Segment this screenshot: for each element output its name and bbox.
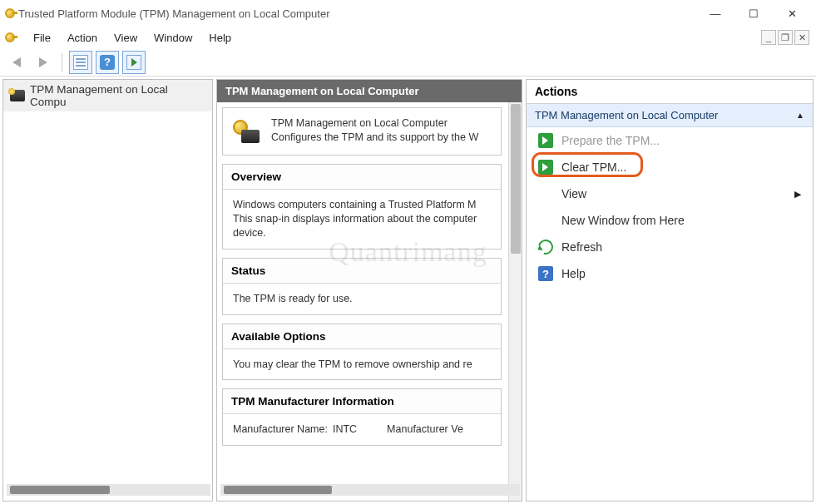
arrow-left-icon	[12, 57, 21, 67]
options-title: Available Options	[223, 324, 501, 349]
action-pane-button[interactable]	[122, 51, 146, 74]
mdi-minimize-button[interactable]: _	[761, 30, 776, 45]
menu-window[interactable]: Window	[146, 30, 200, 46]
center-scrollbar-thumb[interactable]	[224, 486, 332, 494]
title-bar: Trusted Platform Module (TPM) Management…	[0, 0, 816, 27]
play-icon	[126, 55, 141, 70]
tree-root-item[interactable]: TPM Management on Local Compu	[3, 80, 212, 111]
document-icon	[73, 55, 88, 70]
center-pane: TPM Management on Local Computer TPM Man…	[216, 79, 522, 502]
center-scroll-thumb[interactable]	[511, 104, 521, 254]
overview-body: Windows computers containing a Trusted P…	[223, 190, 501, 249]
toolbar-separator	[62, 53, 62, 72]
actions-group-header[interactable]: TPM Management on Local Computer ▲	[527, 104, 813, 127]
manufacturer-name-label: Manufacturer Name:	[233, 422, 328, 437]
mdi-close-button[interactable]: ✕	[794, 30, 809, 45]
action-prepare-tpm[interactable]: Prepare the TPM...	[527, 127, 813, 154]
go-arrow-icon	[538, 160, 553, 175]
intro-text: TPM Management on Local Computer Configu…	[271, 116, 478, 146]
actions-header: Actions	[527, 80, 813, 104]
minimize-button[interactable]: —	[696, 0, 734, 27]
status-title: Status	[223, 259, 501, 284]
app-key-icon	[5, 31, 18, 44]
action-prepare-label: Prepare the TPM...	[561, 134, 660, 147]
menu-file[interactable]: File	[25, 30, 59, 46]
menu-view[interactable]: View	[106, 30, 146, 46]
maximize-button[interactable]: ☐	[734, 0, 773, 27]
arrow-right-icon	[39, 57, 47, 67]
center-header: TPM Management on Local Computer	[217, 80, 522, 102]
action-clear-label: Clear TPM...	[561, 161, 626, 174]
menu-bar: File Action View Window Help _ ❐ ✕	[0, 27, 816, 48]
action-help-label: Help	[561, 267, 586, 280]
window-title: Trusted Platform Module (TPM) Management…	[18, 7, 330, 20]
actions-pane: Actions TPM Management on Local Computer…	[526, 79, 814, 502]
action-view[interactable]: View ▶	[527, 180, 813, 207]
manufacturer-version-label: Manufacturer Ve	[387, 422, 463, 437]
actions-group-label: TPM Management on Local Computer	[535, 109, 718, 121]
manufacturer-body: Manufacturer Name: INTC Manufacturer Ve	[223, 414, 501, 445]
tpm-key-chip-icon	[233, 116, 263, 146]
action-help[interactable]: ? Help	[527, 260, 813, 287]
intro-line2: Configures the TPM and its support by th…	[271, 131, 478, 145]
menu-action[interactable]: Action	[59, 30, 106, 46]
action-clear-tpm[interactable]: Clear TPM...	[527, 154, 813, 180]
help-icon: ?	[100, 55, 115, 70]
center-vertical-scrollbar[interactable]	[508, 102, 522, 501]
mdi-restore-button[interactable]: ❐	[778, 30, 793, 45]
manufacturer-section: TPM Manufacturer Information Manufacture…	[222, 388, 502, 446]
action-view-label: View	[561, 187, 586, 200]
submenu-arrow-icon: ▶	[794, 189, 801, 200]
help-toolbar-button[interactable]: ?	[96, 51, 119, 74]
manufacturer-name-value: INTC	[333, 422, 357, 437]
blank-icon	[538, 213, 553, 228]
options-body: You may clear the TPM to remove ownershi…	[223, 349, 501, 380]
intro-card: TPM Management on Local Computer Configu…	[222, 107, 502, 156]
tree-pane: TPM Management on Local Compu	[2, 79, 213, 502]
app-key-icon	[5, 7, 18, 20]
workspace: TPM Management on Local Compu TPM Manage…	[0, 77, 816, 504]
refresh-icon	[536, 237, 556, 258]
manufacturer-title: TPM Manufacturer Information	[223, 389, 501, 414]
close-button[interactable]: ✕	[773, 0, 811, 27]
overview-title: Overview	[223, 165, 501, 190]
menu-help[interactable]: Help	[200, 30, 240, 46]
forward-button[interactable]	[32, 51, 55, 74]
overview-section: Overview Windows computers containing a …	[222, 164, 502, 250]
show-tree-button[interactable]	[69, 51, 92, 74]
toolbar: ?	[0, 48, 816, 77]
status-body: The TPM is ready for use.	[223, 284, 501, 314]
title-controls: — ☐ ✕	[696, 0, 811, 27]
tpm-chip-icon	[10, 90, 25, 101]
left-scrollbar-thumb[interactable]	[10, 486, 110, 494]
go-arrow-icon	[538, 133, 553, 148]
options-section: Available Options You may clear the TPM …	[222, 324, 502, 381]
back-button[interactable]	[5, 51, 28, 74]
center-body: TPM Management on Local Computer Configu…	[217, 102, 522, 501]
status-section: Status The TPM is ready for use.	[222, 258, 502, 315]
blank-icon	[538, 186, 553, 201]
action-refresh[interactable]: Refresh	[527, 234, 813, 260]
help-icon: ?	[538, 266, 553, 281]
action-newwin-label: New Window from Here	[561, 214, 685, 227]
collapse-icon: ▲	[796, 111, 804, 120]
intro-line1: TPM Management on Local Computer	[271, 116, 478, 131]
tree-root-label: TPM Management on Local Compu	[30, 83, 205, 108]
mdi-controls: _ ❐ ✕	[761, 30, 813, 45]
action-new-window[interactable]: New Window from Here	[527, 207, 813, 234]
action-refresh-label: Refresh	[561, 240, 602, 254]
